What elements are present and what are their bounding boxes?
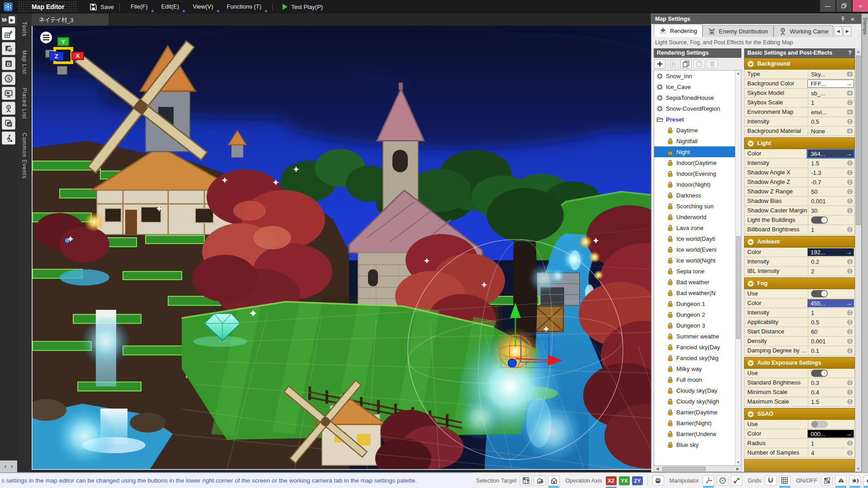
prop-value-ibl-intensity[interactable]: 2: [808, 267, 854, 276]
list-item-ice-world-night[interactable]: Ice world(Night: [654, 255, 735, 266]
list-item-dungeon-3[interactable]: Dungeon 3: [654, 320, 735, 331]
list-item-barrier-night[interactable]: Barrier(Night): [654, 418, 735, 428]
spinner-icon[interactable]: [846, 380, 854, 386]
prop-value-minimum-scale[interactable]: 0.4: [808, 388, 854, 397]
prop-value-intensity[interactable]: 1: [808, 308, 854, 317]
scale-button[interactable]: [731, 475, 742, 486]
viewport-menu-button[interactable]: [40, 32, 52, 43]
axis-yx-button[interactable]: YX: [619, 476, 630, 485]
list-item-nightfall[interactable]: Nightfall: [654, 136, 735, 146]
building-button[interactable]: [548, 475, 560, 486]
daynight-button[interactable]: [849, 475, 861, 486]
color-picker-arrow-icon[interactable]: →: [846, 80, 852, 87]
spinner-icon[interactable]: [846, 188, 854, 195]
prop-value-skybox-scale[interactable]: 1: [808, 98, 854, 107]
prop-value-background-material[interactable]: None: [808, 127, 854, 136]
list-item-dungeon-1[interactable]: Dungeon 1: [654, 298, 735, 309]
prop-value-skybox-model[interactable]: sb_...: [808, 89, 854, 98]
list-item-ice-cave[interactable]: Ice_Cave: [654, 81, 735, 92]
list-item-indoor-evening[interactable]: Indoor(Evening: [654, 168, 735, 179]
list-item-ice-world-dayti[interactable]: Ice world(Dayti: [654, 233, 735, 244]
prop-value-start-distance[interactable]: 60: [808, 327, 854, 336]
grid-button[interactable]: [779, 475, 791, 486]
palette-tab-map-list[interactable]: Map List: [21, 45, 28, 80]
list-item-barrier-underw[interactable]: Barrier(Underw: [654, 428, 735, 439]
duplicate-icon-button[interactable]: [680, 59, 692, 69]
list-item-night[interactable]: Night: [654, 146, 735, 157]
list-item-lava-zone[interactable]: Lava zone: [654, 222, 735, 233]
prop-value-shadow-z-range[interactable]: 50: [808, 187, 854, 196]
prop-value-background-color[interactable]: FFF...→: [807, 80, 854, 88]
tool-button-resource-icon[interactable]: R: [2, 42, 15, 55]
spinner-icon[interactable]: [846, 99, 854, 106]
minimize-button[interactable]: —: [820, 0, 835, 12]
list-item-fancied-sky-nig[interactable]: Fancied sky(Nig: [654, 352, 735, 363]
spinner-icon[interactable]: [846, 338, 854, 345]
list-item-darkness[interactable]: Darkness: [654, 190, 735, 201]
axis-zy-button[interactable]: ZY: [632, 476, 643, 485]
prop-value-color[interactable]: 000...→: [807, 430, 854, 438]
toggle-use[interactable]: |: [811, 370, 828, 377]
color-picker-arrow-icon[interactable]: →: [846, 249, 852, 256]
dropdown-icon[interactable]: [846, 90, 854, 97]
spinner-icon[interactable]: [846, 226, 854, 233]
prop-value-shadow-bias[interactable]: 0.001: [808, 197, 854, 206]
main-menu-button[interactable]: M· ▶: [1, 14, 16, 25]
add-icon-button[interactable]: [654, 59, 665, 69]
tool-button-system-icon[interactable]: S: [2, 72, 15, 85]
layout-button[interactable]: [821, 475, 833, 486]
spinner-icon[interactable]: [846, 258, 854, 265]
spinner-icon[interactable]: [846, 169, 854, 176]
palette-tab-placed-list[interactable]: Placed List: [21, 82, 28, 125]
prop-value-billboard-brightness[interactable]: 1: [808, 225, 854, 234]
list-item-cloudy-sky-nigh[interactable]: Cloudy sky(Nigh: [654, 396, 735, 407]
pin-icon[interactable]: [838, 15, 848, 23]
save-button[interactable]: Save: [90, 3, 114, 11]
prop-value-radius[interactable]: 1: [808, 439, 854, 448]
menu-view-v[interactable]: View(V): [187, 1, 218, 12]
close-icon[interactable]: ×: [848, 15, 858, 23]
color-picker-arrow-icon[interactable]: →: [846, 150, 852, 157]
dropdown-icon[interactable]: [846, 128, 854, 135]
rotate-button[interactable]: [717, 475, 728, 486]
color-picker-arrow-icon[interactable]: →: [846, 431, 852, 437]
spinner-icon[interactable]: [846, 328, 854, 335]
list-item-indoor-daytime[interactable]: Indoor(Daytime: [654, 157, 735, 168]
list-item-indoor-night[interactable]: Indoor(Night): [654, 179, 735, 190]
group-header-background[interactable]: Background: [744, 58, 855, 70]
prop-value-density[interactable]: 0.001: [808, 337, 854, 346]
group-header-light[interactable]: Light: [744, 137, 855, 149]
prop-value-shadow-angle-x[interactable]: -1.3: [808, 168, 854, 177]
tool-button-map-edit-icon[interactable]: [2, 27, 15, 40]
list-item-preset[interactable]: Preset: [654, 114, 735, 125]
spinner-icon[interactable]: [846, 399, 854, 405]
list-item-sepia-tone[interactable]: Sepia tone: [654, 266, 735, 277]
color-picker-arrow-icon[interactable]: →: [846, 300, 852, 307]
spinner-icon[interactable]: [846, 160, 854, 167]
prop-value-applicability[interactable]: 0.5: [808, 318, 854, 327]
coordinate-space-button[interactable]: [652, 475, 664, 486]
group-header-ambient[interactable]: Ambient: [744, 236, 855, 248]
list-item-sepiatonedhouse[interactable]: SepiaTonedHouse: [654, 92, 735, 103]
list-item-full-moon[interactable]: Full moon: [654, 374, 735, 385]
map-document-tab[interactable]: ネイテイ村_3: [32, 14, 108, 26]
list-item-dungeon-2[interactable]: Dungeon 2: [654, 309, 735, 320]
dropdown-icon[interactable]: [846, 71, 854, 78]
tool-button-event-runner-icon[interactable]: [2, 131, 15, 145]
list-item-milky-way[interactable]: Milky way: [654, 363, 735, 374]
list-item-bad-weather-n[interactable]: Bad weather(N: [654, 287, 735, 298]
prop-value-type[interactable]: Sky...: [808, 70, 854, 79]
toolbar-scroll[interactable]: ‹ ›: [0, 460, 17, 472]
tab-working-came[interactable]: Working Came: [774, 25, 833, 37]
list-hscrollbar[interactable]: ◀ ▶: [654, 466, 741, 472]
tab-rendering[interactable]: Rendering: [654, 24, 703, 37]
tool-button-stamp-icon[interactable]: [2, 117, 15, 130]
snap-magnet-button[interactable]: [765, 475, 777, 486]
stamps-side-tab[interactable]: Stamps: [862, 14, 868, 472]
building-lock-button[interactable]: [534, 475, 546, 486]
prop-value-shadow-angle-z[interactable]: -0.7: [808, 178, 854, 187]
terrain-button[interactable]: [835, 475, 847, 486]
spinner-icon[interactable]: [846, 310, 854, 316]
list-item-daytime[interactable]: Daytime: [654, 125, 735, 136]
3d-viewport[interactable]: Y Z X: [32, 26, 651, 470]
